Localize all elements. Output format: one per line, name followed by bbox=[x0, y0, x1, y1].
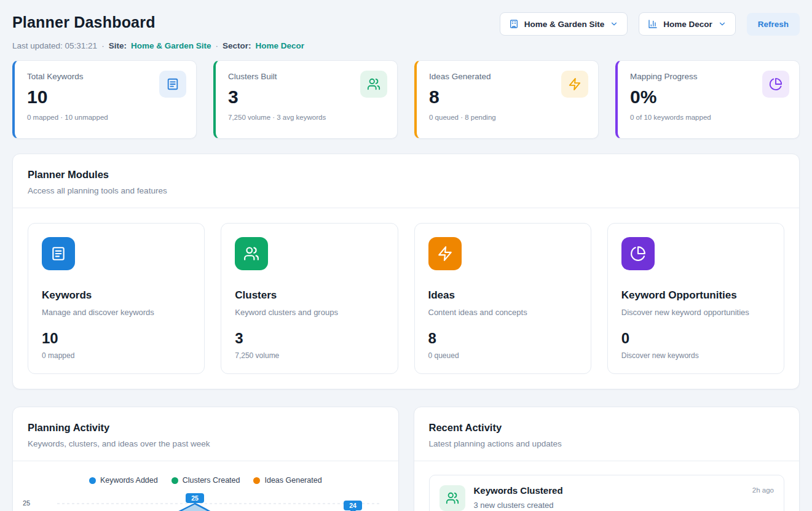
legend-item-clusters-created: Clusters Created bbox=[171, 476, 240, 485]
activity-timestamp: 2h ago bbox=[752, 485, 774, 494]
recent-activity-panel: Recent Activity Latest planning actions … bbox=[414, 407, 800, 511]
activity-text: Keywords Clustered 3 new clusters create… bbox=[474, 485, 563, 510]
module-description: Keyword clusters and groups bbox=[235, 308, 384, 317]
recent-activity-header: Recent Activity Latest planning actions … bbox=[414, 407, 800, 461]
header: Planner Dashboard Home & Garden Site bbox=[12, 11, 800, 36]
header-controls: Home & Garden Site Home Decor Refresh bbox=[500, 12, 800, 36]
panel-title: Recent Activity bbox=[429, 422, 785, 434]
users-icon bbox=[360, 71, 387, 98]
module-sub: 0 queued bbox=[428, 351, 577, 360]
modules-grid: Keywords Manage and discover keywords 10… bbox=[13, 208, 799, 389]
separator: · bbox=[215, 41, 218, 50]
pie-chart-icon bbox=[621, 237, 655, 270]
bolt-icon bbox=[428, 237, 462, 270]
module-description: Discover new keyword opportunities bbox=[621, 308, 770, 317]
module-value: 8 bbox=[428, 330, 577, 347]
area-chart: 25 24 bbox=[42, 493, 384, 511]
stat-card-ideas-generated: Ideas Generated 8 0 queued · 8 pending bbox=[414, 60, 599, 139]
legend-label: Clusters Created bbox=[183, 476, 240, 485]
panel-subtitle: Keywords, clusters, and ideas over the p… bbox=[28, 439, 384, 448]
stat-sub: 0 of 10 keywords mapped bbox=[630, 114, 787, 121]
panel-title: Planning Activity bbox=[28, 422, 384, 434]
module-sub: Discover new keywords bbox=[621, 351, 770, 360]
planning-activity-panel: Planning Activity Keywords, clusters, an… bbox=[12, 407, 399, 511]
pie-chart-icon bbox=[762, 71, 789, 98]
legend-label: Keywords Added bbox=[100, 476, 158, 485]
legend-dot-icon bbox=[89, 477, 96, 484]
stats-row: Total Keywords 10 0 mapped · 10 unmapped… bbox=[12, 60, 800, 139]
stat-sub: 0 queued · 8 pending bbox=[429, 114, 586, 121]
stat-sub: 7,250 volume · 3 avg keywords bbox=[228, 114, 385, 121]
sector-link[interactable]: Home Decor bbox=[255, 41, 304, 50]
module-card-clusters[interactable]: Clusters Keyword clusters and groups 3 7… bbox=[221, 223, 398, 374]
module-title: Clusters bbox=[235, 289, 384, 302]
site-selector[interactable]: Home & Garden Site bbox=[500, 12, 628, 36]
planning-activity-header: Planning Activity Keywords, clusters, an… bbox=[13, 407, 398, 461]
document-icon bbox=[42, 237, 75, 270]
building-icon bbox=[509, 19, 519, 29]
users-icon bbox=[440, 485, 465, 511]
module-card-keyword-opportunities[interactable]: Keyword Opportunities Discover new keywo… bbox=[607, 223, 784, 374]
document-icon bbox=[159, 71, 186, 98]
module-value: 3 bbox=[235, 330, 384, 347]
y-axis-tick: 25 bbox=[23, 499, 30, 507]
sector-selector-label: Home Decor bbox=[663, 20, 712, 29]
sector-label: Sector: bbox=[223, 41, 251, 50]
panel-title: Planner Modules bbox=[28, 169, 784, 181]
stat-card-total-keywords: Total Keywords 10 0 mapped · 10 unmapped bbox=[12, 60, 197, 139]
module-title: Ideas bbox=[428, 289, 577, 302]
planner-modules-header: Planner Modules Access all planning tool… bbox=[13, 154, 799, 208]
chevron-down-icon bbox=[610, 20, 618, 28]
module-card-keywords[interactable]: Keywords Manage and discover keywords 10… bbox=[28, 223, 205, 374]
module-sub: 0 mapped bbox=[42, 351, 191, 360]
page-title: Planner Dashboard bbox=[12, 14, 156, 31]
area-fill bbox=[60, 504, 382, 511]
module-card-ideas[interactable]: Ideas Content ideas and concepts 8 0 que… bbox=[414, 223, 591, 374]
chart-legend: Keywords Added Clusters Created Ideas Ge… bbox=[13, 461, 398, 490]
legend-label: Ideas Generated bbox=[264, 476, 321, 485]
site-link[interactable]: Home & Garden Site bbox=[131, 41, 211, 50]
panel-subtitle: Access all planning tools and features bbox=[28, 186, 784, 195]
planner-dashboard-page: Planner Dashboard Home & Garden Site bbox=[0, 0, 812, 511]
module-value: 0 bbox=[621, 330, 770, 347]
module-description: Manage and discover keywords bbox=[42, 308, 191, 317]
module-title: Keyword Opportunities bbox=[621, 289, 770, 302]
sector-selector[interactable]: Home Decor bbox=[639, 12, 736, 36]
bottom-row: Planning Activity Keywords, clusters, an… bbox=[12, 407, 800, 511]
legend-item-keywords-added: Keywords Added bbox=[89, 476, 158, 485]
stat-sub: 0 mapped · 10 unmapped bbox=[27, 114, 184, 121]
area-line bbox=[60, 504, 382, 511]
meta-line: Last updated: 05:31:21 · Site: Home & Ga… bbox=[12, 41, 800, 50]
planner-modules-panel: Planner Modules Access all planning tool… bbox=[12, 154, 800, 389]
separator: · bbox=[101, 41, 104, 50]
site-selector-label: Home & Garden Site bbox=[524, 20, 605, 29]
bolt-icon bbox=[561, 71, 588, 98]
activity-title: Keywords Clustered bbox=[474, 485, 563, 496]
panel-subtitle: Latest planning actions and updates bbox=[429, 439, 785, 448]
module-sub: 7,250 volume bbox=[235, 351, 384, 360]
stat-card-clusters-built: Clusters Built 3 7,250 volume · 3 avg ke… bbox=[213, 60, 398, 139]
point-label-badge: 24 bbox=[344, 501, 362, 510]
refresh-button[interactable]: Refresh bbox=[747, 13, 800, 36]
divider bbox=[414, 461, 800, 461]
legend-item-ideas-generated: Ideas Generated bbox=[253, 476, 321, 485]
bar-chart-icon bbox=[648, 19, 658, 29]
module-description: Content ideas and concepts bbox=[428, 308, 577, 317]
legend-dot-icon bbox=[253, 477, 260, 484]
module-title: Keywords bbox=[42, 289, 191, 302]
stat-card-mapping-progress: Mapping Progress 0% 0 of 10 keywords map… bbox=[615, 60, 800, 139]
activity-list-item: Keywords Clustered 3 new clusters create… bbox=[429, 475, 785, 511]
module-value: 10 bbox=[42, 330, 191, 347]
site-label: Site: bbox=[109, 41, 127, 50]
users-icon bbox=[235, 237, 268, 270]
last-updated: Last updated: 05:31:21 bbox=[12, 41, 97, 50]
legend-dot-icon bbox=[171, 477, 178, 484]
svg-text:25: 25 bbox=[191, 494, 199, 502]
activity-description: 3 new clusters created bbox=[474, 501, 563, 510]
svg-text:24: 24 bbox=[349, 502, 357, 509]
chevron-down-icon bbox=[718, 20, 727, 28]
point-label-badge: 25 bbox=[186, 493, 204, 503]
planning-activity-chart: 25 25 24 bbox=[13, 490, 398, 511]
